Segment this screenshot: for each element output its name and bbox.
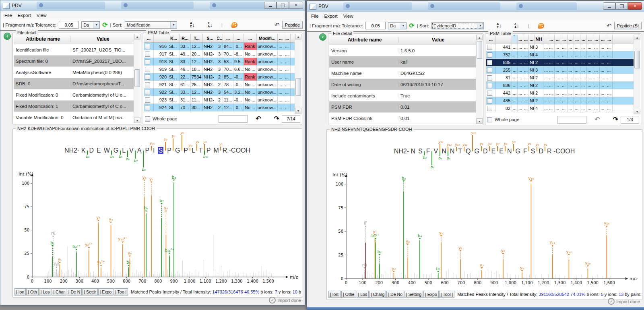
minimize-button[interactable] [264,2,277,9]
column-header[interactable]: ... [580,35,587,43]
table-row[interactable]: 920Sl...22...7534NH2-285...-0...Rankunkn… [144,73,295,81]
undo-icon[interactable]: ↶ [275,21,280,29]
minimize-button[interactable] [603,2,615,10]
column-header[interactable]: K... [168,34,180,42]
sort-select[interactable]: EvidenceID ▾ [431,22,484,29]
close-icon[interactable]: ✕ [628,2,642,10]
spectrum-tool-button[interactable]: | Expo [98,288,114,296]
table-row[interactable]: 836.........NH2.........................… [486,82,634,89]
next-page-button[interactable]: ↷ [613,116,618,123]
row-checkbox[interactable] [487,106,492,111]
spectrum-tool-button[interactable]: | Los [39,288,52,296]
column-header[interactable]: ... [284,34,291,42]
scroll-down-icon[interactable]: ▼ [295,108,301,114]
previous-page-button[interactable]: ↶ [256,116,261,122]
column-header[interactable]: ... [486,35,496,43]
column-header[interactable]: ... [233,34,244,42]
unit-select[interactable]: Da ▾ [388,22,407,29]
next-page-button[interactable]: ↷ [274,116,279,122]
close-icon[interactable]: ✕ [289,2,303,9]
row-checkbox[interactable] [487,68,492,73]
column-header[interactable]: ... [561,35,568,43]
column-header[interactable]: C... [217,34,223,42]
menu-view[interactable]: View [341,13,356,19]
row-checkbox[interactable] [487,60,492,65]
menu-file[interactable]: File [309,13,321,19]
row-checkbox[interactable] [145,67,150,72]
row-checkbox[interactable] [487,45,492,50]
spectrum-tool-button[interactable]: | De N [67,288,82,296]
sort-ascending-button[interactable]: AZ ↓ [497,23,502,29]
page-input[interactable] [557,116,586,124]
column-header[interactable]: ... [600,35,606,43]
titlebar[interactable]: PDV ✕ [307,1,644,12]
column-header[interactable]: ... [555,35,561,43]
unit-select[interactable]: Da ▾ [81,21,100,29]
refresh-icon[interactable]: ⟳ [102,22,107,28]
table-row[interactable]: 923Sl...31...11...NH2-211...-0...No ...u… [144,96,295,104]
scrollbar-thumb[interactable] [477,41,482,59]
sort-ascending-button[interactable]: AZ ↓ [190,22,195,28]
spectrum-tool-button[interactable]: | Othe [341,291,356,298]
table-row[interactable]: 916Sl...33...12...NH2-384...-0...Rankunk… [144,43,295,50]
menu-view[interactable]: View [34,12,49,18]
scroll-down-icon[interactable]: ▼ [134,118,140,123]
scroll-down-icon[interactable]: ▼ [476,118,483,124]
spectrum-tool-button[interactable]: | Oth [26,288,39,296]
column-header[interactable]: R... [180,34,191,42]
row-checkbox[interactable] [145,52,150,57]
column-header[interactable]: ... [587,35,593,43]
row-checkbox[interactable] [145,90,150,95]
collapse-file-detail-button[interactable]: ‹ [319,33,326,41]
table-row[interactable]: 919Sl...46...18...NH2-370...6.6...No ...… [144,66,295,73]
spectrum-tool-button[interactable]: | Tool | [439,291,454,298]
scroll-up-icon[interactable]: ▲ [134,34,140,39]
row-checkbox[interactable] [145,105,150,110]
peptide-view-button[interactable]: Peptide (St [614,22,642,29]
scrollbar-thumb[interactable] [134,69,140,87]
column-header[interactable]: T... [191,34,203,42]
column-header[interactable] [496,35,512,43]
tolerance-input[interactable] [59,21,79,29]
menu-export[interactable]: Export [15,12,33,18]
column-header[interactable]: ... [523,35,529,43]
scroll-up-icon[interactable]: ▲ [476,35,483,40]
spectrum-tool-button[interactable]: | Ion: [328,291,341,298]
column-header[interactable]: ... [529,35,535,43]
column-header[interactable]: ▲ [512,35,518,43]
scroll-up-icon[interactable]: ▲ [295,34,301,39]
table-row[interactable]: 442.........NH2.........................… [486,89,634,97]
table-row[interactable]: 255.........NH3.........................… [486,66,634,74]
spectrum-tool-button[interactable]: | Los [357,291,369,298]
table-row[interactable]: 922Sl...33...12...NH2-354...3.2...No ...… [144,89,295,96]
column-header[interactable]: ... [223,34,233,42]
column-header[interactable]: S... [203,34,217,42]
column-header[interactable] [154,34,168,42]
scroll-down-icon[interactable]: ▼ [634,109,640,114]
spectrum-tool-button[interactable]: | Expo [423,291,439,298]
column-header[interactable]: ... [548,35,555,43]
table-row[interactable]: 924Sl...70...30...NH2-212...-0...No ...u… [144,104,295,112]
palette-icon[interactable] [538,23,544,29]
whole-page-checkbox[interactable] [145,116,150,122]
table-row[interactable]: 82.........NH4..........................… [486,105,634,112]
row-checkbox[interactable] [145,44,150,49]
table-row[interactable]: 485.........NH2.........................… [486,97,634,105]
collapse-file-detail-button[interactable]: ‹ [4,33,11,40]
palette-icon[interactable] [231,22,237,28]
scrollbar[interactable]: ▲ ▼ [634,35,640,114]
scroll-up-icon[interactable]: ▲ [634,35,640,40]
tolerance-input[interactable] [365,22,386,29]
spectrum-tool-button[interactable]: | Ion [14,288,26,296]
row-checkbox[interactable] [487,91,492,96]
table-row[interactable]: 752.........NH4.........................… [486,51,634,59]
column-header[interactable]: ... [244,34,257,42]
sort-select[interactable]: Modification ▾ [125,21,177,29]
row-checkbox[interactable] [145,59,150,64]
scrollbar[interactable]: ▲ ▼ [295,34,301,114]
column-header[interactable]: ... [518,35,523,43]
whole-page-checkbox[interactable] [487,117,492,122]
spectrum-tool-button[interactable]: | Char [52,288,66,296]
table-row[interactable]: 917Sl...49...20...NH2-370...-8...No ...u… [144,50,295,58]
refresh-icon[interactable]: ⟳ [409,23,414,29]
